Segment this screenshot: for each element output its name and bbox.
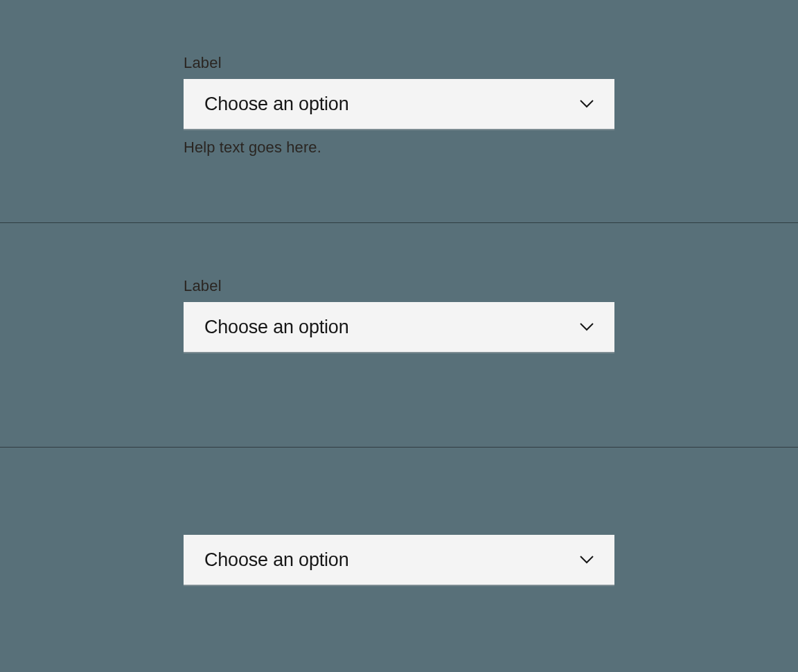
field-label: Label bbox=[184, 277, 614, 295]
dropdown-example-no-label: Choose an option bbox=[0, 448, 798, 672]
chevron-down-icon bbox=[580, 556, 594, 564]
dropdown-placeholder: Choose an option bbox=[204, 549, 348, 571]
field-label: Label bbox=[184, 54, 614, 72]
dropdown-placeholder: Choose an option bbox=[204, 94, 348, 115]
dropdown-example-with-help: Label Choose an option Help text goes he… bbox=[0, 0, 798, 223]
field-wrapper: Choose an option bbox=[184, 535, 614, 586]
dropdown-select[interactable]: Choose an option bbox=[184, 302, 614, 353]
field-help-text: Help text goes here. bbox=[184, 139, 614, 157]
field-wrapper: Label Choose an option Help text goes he… bbox=[184, 54, 614, 157]
chevron-down-icon bbox=[580, 100, 594, 108]
dropdown-select[interactable]: Choose an option bbox=[184, 79, 614, 130]
field-wrapper: Label Choose an option bbox=[184, 277, 614, 353]
dropdown-placeholder: Choose an option bbox=[204, 317, 348, 338]
dropdown-select[interactable]: Choose an option bbox=[184, 535, 614, 586]
dropdown-example-no-help: Label Choose an option bbox=[0, 223, 798, 448]
chevron-down-icon bbox=[580, 323, 594, 331]
